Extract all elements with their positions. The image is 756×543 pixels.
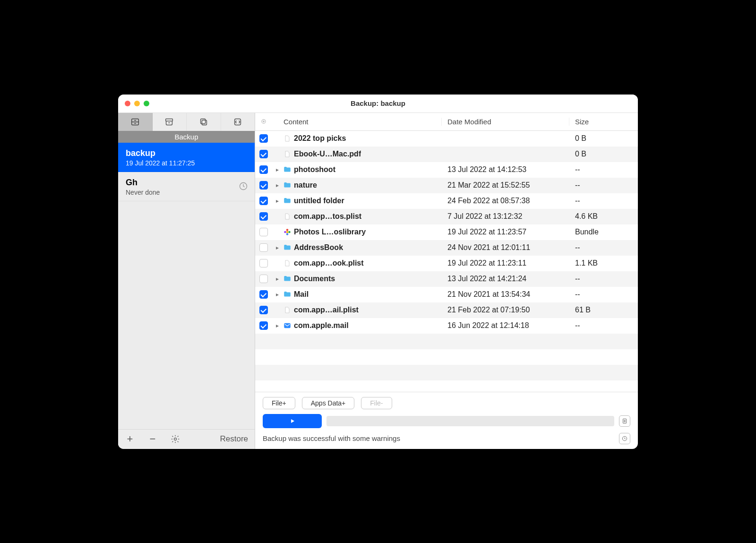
radio-icon <box>260 118 267 125</box>
file-size: -- <box>569 243 638 252</box>
archive-icon <box>164 117 174 127</box>
file-row[interactable]: com.app…ail.plist21 Feb 2022 at 07:19:50… <box>255 302 638 318</box>
folder-icon <box>283 290 292 299</box>
file-date: 19 Jul 2022 at 11:23:57 <box>442 228 569 236</box>
schedule-button[interactable] <box>619 433 630 444</box>
row-checkbox[interactable] <box>259 243 268 252</box>
backup-item[interactable]: backup19 Jul 2022 at 11:27:25 <box>118 143 255 172</box>
backup-item-subtitle: Never done <box>126 189 247 196</box>
column-date[interactable]: Date Modified <box>442 118 569 126</box>
file-icon <box>283 134 292 143</box>
clock-icon <box>239 181 248 191</box>
restore-button[interactable]: Restore <box>217 434 251 444</box>
file-size: Bundle <box>569 228 638 236</box>
file-size: 0 B <box>569 134 638 143</box>
row-checkbox[interactable] <box>259 134 268 143</box>
file-row[interactable]: Photos L…oslibrary19 Jul 2022 at 11:23:5… <box>255 224 638 240</box>
row-checkbox[interactable] <box>259 197 268 205</box>
file-size: 1.1 KB <box>569 259 638 267</box>
bottom-bar: File+ Apps Data+ File- Backup was succes… <box>255 392 638 449</box>
folder-icon <box>283 165 292 174</box>
mailapp-icon <box>283 321 292 330</box>
file-name: AddressBook <box>294 243 343 252</box>
row-checkbox[interactable] <box>259 181 268 190</box>
disclosure-triangle-icon[interactable]: ▸ <box>274 276 281 282</box>
folder-icon <box>283 274 292 284</box>
copy-icon <box>198 117 209 127</box>
action-buttons: File+ Apps Data+ File- <box>263 397 630 409</box>
file-size: -- <box>569 290 638 299</box>
svg-rect-7 <box>200 119 205 123</box>
file-row[interactable]: ▸AddressBook24 Nov 2021 at 12:01:11-- <box>255 240 638 256</box>
file-row[interactable]: ▸photoshoot13 Jul 2022 at 14:12:53-- <box>255 162 638 178</box>
file-row[interactable]: ▸untitled folder24 Feb 2022 at 08:57:38-… <box>255 193 638 209</box>
disclosure-triangle-icon[interactable]: ▸ <box>274 244 281 251</box>
file-row[interactable]: ▸Mail21 Nov 2021 at 13:54:34-- <box>255 287 638 302</box>
close-icon[interactable] <box>125 101 130 106</box>
status-text: Backup was successful with some warnings <box>263 434 400 442</box>
disclosure-triangle-icon[interactable]: ▸ <box>274 182 281 189</box>
disclosure-triangle-icon[interactable]: ▸ <box>274 166 281 173</box>
tab-sync[interactable] <box>221 113 255 131</box>
disclosure-triangle-icon[interactable]: ▸ <box>274 291 281 298</box>
row-checkbox[interactable] <box>259 275 268 283</box>
run-row <box>263 414 630 428</box>
disclosure-triangle-icon[interactable]: ▸ <box>274 322 281 329</box>
main-panel: Content Date Modified Size 2022 top pick… <box>255 113 638 449</box>
zoom-icon[interactable] <box>144 101 149 106</box>
file-add-button[interactable]: File+ <box>263 397 295 409</box>
file-row[interactable]: 2022 top picks0 B <box>255 131 638 147</box>
file-row[interactable]: ▸Documents13 Jul 2022 at 14:21:24-- <box>255 271 638 287</box>
backup-item[interactable]: GhNever done <box>118 172 255 201</box>
row-checkbox[interactable] <box>259 165 268 174</box>
file-row[interactable]: ▸nature21 Mar 2022 at 15:52:55-- <box>255 178 638 193</box>
row-checkbox[interactable] <box>259 290 268 299</box>
row-checkbox[interactable] <box>259 212 268 221</box>
minimize-icon[interactable] <box>134 101 140 106</box>
file-row[interactable]: com.app…ook.plist19 Jul 2022 at 11:23:11… <box>255 256 638 271</box>
tab-archive[interactable] <box>153 113 187 131</box>
file-rows: 2022 top picks0 BEbook-U…Mac.pdf0 B▸phot… <box>255 131 638 392</box>
file-date: 21 Nov 2021 at 13:54:34 <box>442 290 569 299</box>
drawer-icon <box>130 117 140 127</box>
file-name: Documents <box>294 275 335 283</box>
file-size: -- <box>569 181 638 190</box>
disclosure-triangle-icon[interactable]: ▸ <box>274 198 281 204</box>
svg-rect-4 <box>166 119 173 121</box>
svg-point-12 <box>263 121 264 122</box>
row-checkbox[interactable] <box>259 321 268 330</box>
column-content[interactable]: Content <box>272 118 442 126</box>
tab-clone[interactable] <box>187 113 221 131</box>
file-size: 4.6 KB <box>569 212 638 221</box>
file-name: com.app…ail.plist <box>294 306 359 314</box>
file-name: nature <box>294 181 317 190</box>
file-row[interactable]: com.app…tos.plist7 Jul 2022 at 13:12:324… <box>255 209 638 224</box>
add-backup-button[interactable]: + <box>122 431 138 447</box>
log-button[interactable] <box>619 415 630 427</box>
tab-backups[interactable] <box>118 113 153 131</box>
settings-button[interactable] <box>167 431 183 447</box>
row-checkbox[interactable] <box>259 259 268 267</box>
column-check-all[interactable] <box>255 118 272 125</box>
blank-row <box>255 365 638 380</box>
file-size: -- <box>569 321 638 330</box>
file-name: com.apple.mail <box>294 321 349 330</box>
remove-backup-button[interactable]: − <box>145 431 161 447</box>
column-size[interactable]: Size <box>569 118 638 126</box>
file-name: Ebook-U…Mac.pdf <box>294 150 361 158</box>
run-backup-button[interactable] <box>263 414 322 428</box>
apps-data-add-button[interactable]: Apps Data+ <box>302 397 355 409</box>
file-row[interactable]: Ebook-U…Mac.pdf0 B <box>255 147 638 162</box>
backup-item-name: backup <box>126 148 247 158</box>
row-checkbox[interactable] <box>259 150 268 158</box>
svg-point-16 <box>286 233 289 235</box>
file-icon <box>283 305 292 315</box>
titlebar: Backup: backup <box>118 95 638 112</box>
file-row[interactable]: ▸com.apple.mail16 Jun 2022 at 12:14:18-- <box>255 318 638 334</box>
row-checkbox[interactable] <box>259 306 268 314</box>
file-icon <box>283 149 292 159</box>
sync-icon <box>232 117 243 127</box>
row-checkbox[interactable] <box>259 228 268 236</box>
svg-point-14 <box>286 229 289 231</box>
folder-icon <box>283 181 292 190</box>
